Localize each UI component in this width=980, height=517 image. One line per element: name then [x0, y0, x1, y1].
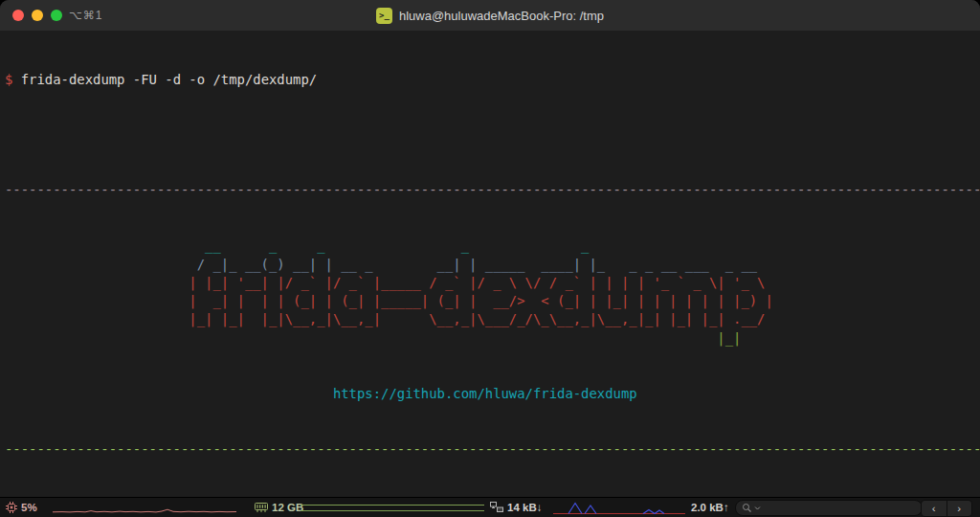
- prompt-symbol: $: [5, 72, 12, 87]
- banner-line: __ _ _ _ _: [189, 236, 980, 255]
- chevron-down-icon: [754, 505, 761, 511]
- terminal-window: ⌥⌘1 >_ hluwa@huluwadeMacBook-Pro: /tmp $…: [0, 0, 980, 517]
- network-up-label: 2.0 kB↑: [691, 502, 729, 513]
- cpu-usage-label: 5%: [21, 502, 37, 513]
- terminal-output: $ frida-dexdump -FU -d -o /tmp/dexdump/ …: [0, 31, 980, 498]
- banner-line: |_|: [189, 329, 980, 348]
- next-button[interactable]: ›: [947, 501, 972, 516]
- command-line: $ frida-dexdump -FU -d -o /tmp/dexdump/: [5, 71, 980, 89]
- memory-status: 12 GB: [255, 498, 303, 517]
- memory-icon: [255, 503, 268, 513]
- memory-graph: [301, 498, 484, 517]
- search-icon: [742, 503, 752, 513]
- search-input[interactable]: [735, 500, 923, 516]
- network-graph: [553, 498, 685, 517]
- banner-line: | _| | | | (_| | (_| |_____| (_| | __/> …: [189, 292, 980, 310]
- separator-line-bottom: ----------------------------------------…: [5, 440, 980, 459]
- network-status: 14 kB↓: [490, 498, 542, 517]
- window-titlebar: ⌥⌘1 >_ hluwa@huluwadeMacBook-Pro: /tmp: [0, 0, 980, 32]
- terminal-app-icon: >_: [376, 8, 392, 24]
- cpu-graph: [53, 498, 236, 517]
- banner-line: |_| |_| |_|\__,_|\__,_| \__,_|\___/_/\_\…: [189, 310, 980, 328]
- github-url[interactable]: https://github.com/hluwa/frida-dexdump: [5, 385, 980, 403]
- command-text: frida-dexdump -FU -d -o /tmp/dexdump/: [21, 72, 317, 87]
- memory-label: 12 GB: [272, 502, 303, 513]
- network-up-status: 2.0 kB↑: [691, 498, 729, 517]
- separator-line-top: ----------------------------------------…: [5, 181, 980, 199]
- status-bar: 5% 12 GB 14 kB↓: [0, 497, 980, 517]
- window-title: hluwa@huluwadeMacBook-Pro: /tmp: [399, 9, 604, 23]
- prev-button[interactable]: ‹: [922, 501, 947, 516]
- banner-line: | |_| '__| |/ _` |/ _` |_____ / _` |/ _ …: [189, 274, 980, 292]
- cpu-status: 5%: [6, 498, 37, 517]
- banner-line: / _|_ __(_) __| | __ _ __| | _____ ____|…: [189, 256, 980, 274]
- cpu-icon: [6, 502, 17, 513]
- ascii-banner: __ _ _ _ _ / _|_ __(_) __| | __ _ __| | …: [5, 236, 980, 348]
- network-down-label: 14 kB↓: [507, 502, 542, 513]
- network-icon: [490, 502, 503, 513]
- scrollback-nav: ‹ ›: [921, 500, 972, 517]
